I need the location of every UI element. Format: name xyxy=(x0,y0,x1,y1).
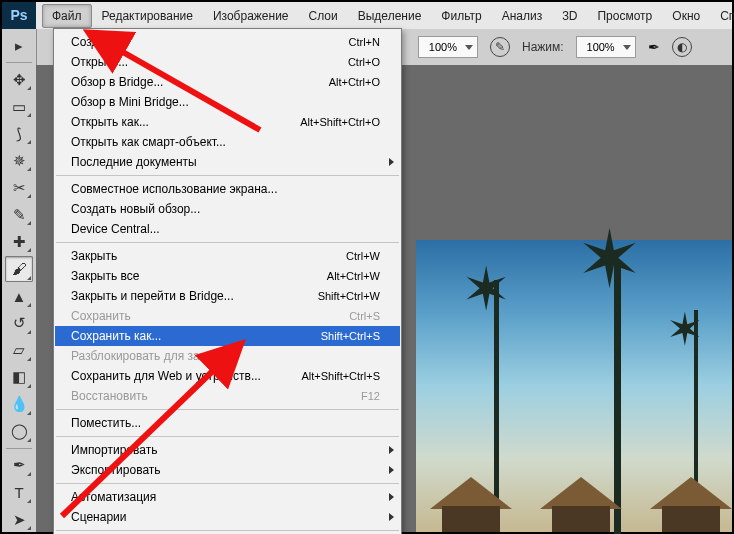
chevron-right-icon xyxy=(389,493,394,501)
menu-item[interactable]: Импортировать xyxy=(55,440,400,460)
menu-item-label: Совместное использование экрана... xyxy=(71,182,380,196)
blur-tool[interactable]: 💧 xyxy=(5,392,33,417)
brush-tool[interactable]: 🖌 xyxy=(5,256,33,281)
document-image: ✶ ✶ ✶ xyxy=(416,240,732,532)
menu-item[interactable]: Создать новый обзор... xyxy=(55,199,400,219)
menu-item-label: Восстановить xyxy=(71,389,361,403)
tool-palette: ▸ ✥ ▭ ⟆ ✵ ✂ ✎ ✚ 🖌 ▲ ↺ ▱ ◧ 💧 ◯ ✒ T ➤ xyxy=(2,29,37,532)
menu-item-shortcut: Shift+Ctrl+S xyxy=(321,330,380,342)
menu-item-label: Открыть как... xyxy=(71,115,300,129)
menu-item[interactable]: Обзор в Bridge...Alt+Ctrl+O xyxy=(55,72,400,92)
lasso-tool[interactable]: ⟆ xyxy=(5,121,33,146)
path-select-tool[interactable]: ➤ xyxy=(5,507,33,532)
chevron-right-icon xyxy=(389,513,394,521)
menu-item[interactable]: Закрыть всеAlt+Ctrl+W xyxy=(55,266,400,286)
menu-item[interactable]: ЗакрытьCtrl+W xyxy=(55,246,400,266)
gradient-tool[interactable]: ◧ xyxy=(5,365,33,390)
menu-3d[interactable]: 3D xyxy=(552,5,587,27)
menu-item-label: Сохранить для Web и устройств... xyxy=(71,369,301,383)
menu-item[interactable]: Поместить... xyxy=(55,413,400,433)
menu-анализ[interactable]: Анализ xyxy=(492,5,553,27)
quick-select-tool[interactable]: ✵ xyxy=(5,148,33,173)
menu-слои[interactable]: Слои xyxy=(299,5,348,27)
menu-item-label: Закрыть все xyxy=(71,269,327,283)
menu-item[interactable]: Сохранить как...Shift+Ctrl+S xyxy=(55,326,400,346)
menu-item-label: Сохранить xyxy=(71,309,349,323)
flow-label: Нажим: xyxy=(522,40,564,54)
menu-item[interactable]: Совместное использование экрана... xyxy=(55,179,400,199)
flow-field[interactable] xyxy=(576,36,636,58)
chevron-down-icon[interactable] xyxy=(623,45,631,50)
pen-tool[interactable]: ✒ xyxy=(5,453,33,478)
menu-item-label: Создать... xyxy=(71,35,349,49)
menu-item-label: Закрыть и перейти в Bridge... xyxy=(71,289,318,303)
menu-item-label: Закрыть xyxy=(71,249,346,263)
menu-item[interactable]: Автоматизация xyxy=(55,487,400,507)
menu-item-shortcut: Shift+Ctrl+W xyxy=(318,290,380,302)
stamp-tool[interactable]: ▲ xyxy=(5,284,33,309)
opacity-field[interactable] xyxy=(418,36,478,58)
menu-изображение[interactable]: Изображение xyxy=(203,5,299,27)
menu-item-shortcut: F12 xyxy=(361,390,380,402)
menu-фильтр[interactable]: Фильтр xyxy=(431,5,491,27)
menu-item-label: Экспортировать xyxy=(71,463,380,477)
menu-item-shortcut: Ctrl+O xyxy=(348,56,380,68)
file-menu-dropdown: Создать...Ctrl+NОткрыть...Ctrl+OОбзор в … xyxy=(53,28,402,534)
marquee-tool[interactable]: ▭ xyxy=(5,94,33,119)
menu-item-label: Сценарии xyxy=(71,510,380,524)
menu-item-label: Последние документы xyxy=(71,155,380,169)
chevron-right-icon xyxy=(389,466,394,474)
menu-item[interactable]: Создать...Ctrl+N xyxy=(55,32,400,52)
airbrush-icon[interactable]: ✒ xyxy=(648,39,660,55)
eyedropper-tool[interactable]: ✎ xyxy=(5,202,33,227)
flow-input[interactable] xyxy=(579,41,617,53)
tablet-pressure-size-icon[interactable]: ◐ xyxy=(672,37,692,57)
dodge-tool[interactable]: ◯ xyxy=(5,419,33,444)
menu-item-shortcut: Ctrl+N xyxy=(349,36,380,48)
menu-item: Разблокировать для записи... xyxy=(55,346,400,366)
menu-item-shortcut: Ctrl+W xyxy=(346,250,380,262)
crop-tool[interactable]: ✂ xyxy=(5,175,33,200)
menu-item-shortcut: Alt+Shift+Ctrl+O xyxy=(300,116,380,128)
history-brush-tool[interactable]: ↺ xyxy=(5,311,33,336)
menu-item-label: Автоматизация xyxy=(71,490,380,504)
menu-item-label: Обзор в Bridge... xyxy=(71,75,329,89)
menu-файл[interactable]: Файл xyxy=(42,4,92,28)
menu-item-label: Открыть как смарт-объект... xyxy=(71,135,380,149)
menu-item-shortcut: Ctrl+S xyxy=(349,310,380,322)
chevron-right-icon xyxy=(389,446,394,454)
menu-item[interactable]: Сценарии xyxy=(55,507,400,527)
menu-редактирование[interactable]: Редактирование xyxy=(92,5,203,27)
menu-item-label: Импортировать xyxy=(71,443,380,457)
menu-item[interactable]: Открыть...Ctrl+O xyxy=(55,52,400,72)
menu-item-label: Открыть... xyxy=(71,55,348,69)
menu-item[interactable]: Закрыть и перейти в Bridge...Shift+Ctrl+… xyxy=(55,286,400,306)
menu-окно[interactable]: Окно xyxy=(662,5,710,27)
menu-справк[interactable]: Справк xyxy=(710,5,734,27)
menu-item[interactable]: Экспортировать xyxy=(55,460,400,480)
eraser-tool[interactable]: ▱ xyxy=(5,338,33,363)
menu-просмотр[interactable]: Просмотр xyxy=(587,5,662,27)
menu-item-shortcut: Alt+Shift+Ctrl+S xyxy=(301,370,380,382)
menu-выделение[interactable]: Выделение xyxy=(348,5,432,27)
menu-item-label: Поместить... xyxy=(71,416,380,430)
move-tool[interactable]: ✥ xyxy=(5,67,33,92)
collapse-tools-icon[interactable]: ▸ xyxy=(5,33,33,58)
chevron-down-icon[interactable] xyxy=(465,45,473,50)
menu-item-label: Сохранить как... xyxy=(71,329,321,343)
menu-item[interactable]: Открыть как смарт-объект... xyxy=(55,132,400,152)
menu-item[interactable]: Обзор в Mini Bridge... xyxy=(55,92,400,112)
type-tool[interactable]: T xyxy=(5,480,33,505)
menu-item: ВосстановитьF12 xyxy=(55,386,400,406)
opacity-input[interactable] xyxy=(421,41,459,53)
menu-item[interactable]: Открыть как...Alt+Shift+Ctrl+O xyxy=(55,112,400,132)
menubar: ФайлРедактированиеИзображениеСлоиВыделен… xyxy=(36,2,732,30)
menu-item[interactable]: Сохранить для Web и устройств...Alt+Shif… xyxy=(55,366,400,386)
menu-item-label: Device Central... xyxy=(71,222,380,236)
menu-item[interactable]: Device Central... xyxy=(55,219,400,239)
menu-item: СохранитьCtrl+S xyxy=(55,306,400,326)
menu-item-label: Создать новый обзор... xyxy=(71,202,380,216)
menu-item[interactable]: Последние документы xyxy=(55,152,400,172)
tablet-pressure-opacity-icon[interactable]: ✎ xyxy=(490,37,510,57)
healing-tool[interactable]: ✚ xyxy=(5,229,33,254)
